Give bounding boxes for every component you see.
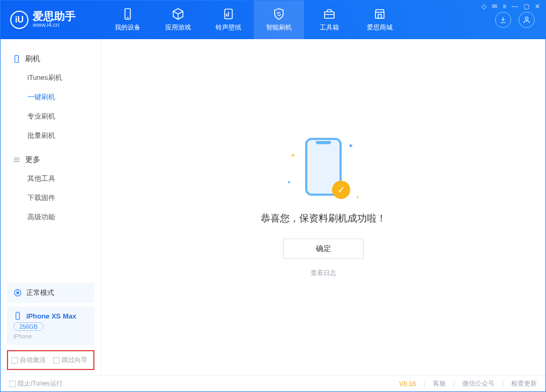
skip-guide-checkbox[interactable]: 跳过向导 [53, 356, 87, 365]
device-name: iPhone XS Max [26, 312, 76, 320]
device-capacity: 256GB [13, 322, 43, 331]
app-url: www.i4.cn [33, 21, 76, 28]
sidebar-item-download-firmware[interactable]: 下载固件 [1, 188, 101, 208]
support-link[interactable]: 客服 [433, 379, 446, 388]
checkbox-label: 阻止iTunes运行 [18, 379, 63, 388]
sidebar-item-advanced[interactable]: 高级功能 [1, 208, 101, 227]
checkbox-label: 跳过向导 [62, 356, 87, 365]
device-type: iPhone [13, 333, 88, 339]
titlebar: iU 爱思助手 www.i4.cn 我的设备 应用游戏 铃声壁纸 智能刷机 [1, 1, 545, 39]
mode-label: 正常模式 [26, 288, 54, 298]
nav-label: 我的设备 [115, 23, 141, 32]
music-file-icon [222, 8, 235, 20]
flash-options-highlight: 自动激活 跳过向导 [7, 350, 94, 370]
skin-icon[interactable]: ◇ [482, 3, 486, 10]
sidebar-item-other-tools[interactable]: 其他工具 [1, 169, 101, 188]
sidebar-item-batch-flash[interactable]: 批量刷机 [1, 126, 101, 145]
maximize-button[interactable]: ▢ [523, 3, 529, 10]
nav-toolbox[interactable]: 工具箱 [304, 1, 355, 39]
auto-activate-checkbox[interactable]: 自动激活 [11, 356, 46, 365]
device-card[interactable]: iPhone XS Max 256GB iPhone [7, 306, 94, 345]
ok-button[interactable]: 确定 [283, 239, 364, 259]
checkbox-label: 自动激活 [20, 356, 46, 365]
minimize-button[interactable]: — [512, 3, 518, 10]
mode-card[interactable]: 正常模式 [7, 283, 94, 303]
nav-smart-flash[interactable]: 智能刷机 [254, 1, 304, 39]
wechat-link[interactable]: 微信公众号 [462, 379, 495, 388]
svg-rect-13 [16, 312, 20, 319]
app-window: iU 爱思助手 www.i4.cn 我的设备 应用游戏 铃声壁纸 智能刷机 [0, 0, 546, 392]
sidebar: 刷机 iTunes刷机 一键刷机 专业刷机 批量刷机 更多 其他工具 下载固件 … [1, 39, 101, 375]
nav-label: 应用游戏 [165, 23, 191, 32]
svg-rect-4 [375, 12, 384, 18]
phone-icon [121, 8, 134, 20]
sparkle-icon: ✦ [348, 142, 353, 150]
nav-label: 爱思商城 [367, 23, 393, 32]
close-button[interactable]: ✕ [535, 3, 540, 10]
toolbox-icon [323, 8, 336, 20]
check-badge-icon: ✓ [332, 181, 350, 199]
store-icon [373, 8, 386, 20]
nav-store[interactable]: 爱思商城 [355, 1, 405, 39]
feedback-icon[interactable]: ✉ [492, 3, 497, 10]
device-icon [13, 312, 22, 320]
svg-point-12 [17, 292, 19, 294]
svg-rect-5 [378, 14, 381, 18]
app-name: 爱思助手 [33, 11, 76, 21]
success-message: 恭喜您，保资料刷机成功啦！ [261, 212, 386, 225]
nav-label: 铃声壁纸 [216, 23, 241, 32]
sidebar-section-more: 更多 [1, 151, 101, 169]
section-label: 更多 [25, 155, 40, 165]
version-label: V8.16 [399, 380, 416, 388]
view-log-link[interactable]: 查看日志 [311, 269, 336, 278]
cube-icon [172, 8, 185, 20]
download-button[interactable] [495, 12, 511, 28]
shield-sync-icon [272, 8, 285, 20]
body-area: 刷机 iTunes刷机 一键刷机 专业刷机 批量刷机 更多 其他工具 下载固件 … [1, 39, 545, 375]
user-button[interactable] [519, 12, 535, 28]
prevent-itunes-checkbox[interactable]: 阻止iTunes运行 [9, 379, 63, 388]
app-logo-icon: iU [10, 11, 28, 29]
download-icon [499, 16, 507, 24]
success-illustration: ✓ ✦ ✦ ✦ ✦ [286, 137, 361, 201]
svg-point-6 [525, 17, 528, 20]
statusbar: 阻止iTunes运行 V8.16 | 客服 | 微信公众号 | 检查更新 [1, 375, 545, 391]
nav-label: 工具箱 [320, 23, 339, 32]
logo-block: iU 爱思助手 www.i4.cn [1, 1, 102, 39]
sidebar-item-oneclick-flash[interactable]: 一键刷机 [1, 87, 101, 107]
mode-icon [13, 289, 22, 297]
main-content: ✓ ✦ ✦ ✦ ✦ 恭喜您，保资料刷机成功啦！ 确定 查看日志 [101, 39, 545, 375]
check-update-link[interactable]: 检查更新 [511, 379, 537, 388]
sidebar-item-pro-flash[interactable]: 专业刷机 [1, 107, 101, 126]
sparkle-icon: ✦ [290, 152, 296, 159]
sidebar-section-flash: 刷机 [1, 50, 101, 68]
menu-icon[interactable]: ≡ [503, 3, 506, 10]
svg-rect-3 [324, 12, 334, 18]
svg-rect-7 [15, 55, 19, 62]
list-icon [12, 156, 21, 164]
nav-ringtone-wallpaper[interactable]: 铃声壁纸 [203, 1, 254, 39]
user-icon [522, 16, 531, 24]
sparkle-icon: ✦ [356, 195, 360, 200]
divider: | [424, 380, 425, 388]
phone-small-icon [12, 55, 21, 63]
nav-label: 智能刷机 [266, 23, 292, 32]
sidebar-item-itunes-flash[interactable]: iTunes刷机 [1, 68, 101, 87]
sparkle-icon: ✦ [287, 180, 291, 185]
window-controls: ◇ ✉ ≡ — ▢ ✕ [482, 3, 540, 10]
divider: | [453, 380, 455, 388]
nav-apps-games[interactable]: 应用游戏 [153, 1, 203, 39]
section-label: 刷机 [25, 54, 40, 64]
nav-my-device[interactable]: 我的设备 [102, 1, 153, 39]
top-nav: 我的设备 应用游戏 铃声壁纸 智能刷机 工具箱 爱思商城 [102, 1, 405, 39]
divider: | [502, 380, 504, 388]
